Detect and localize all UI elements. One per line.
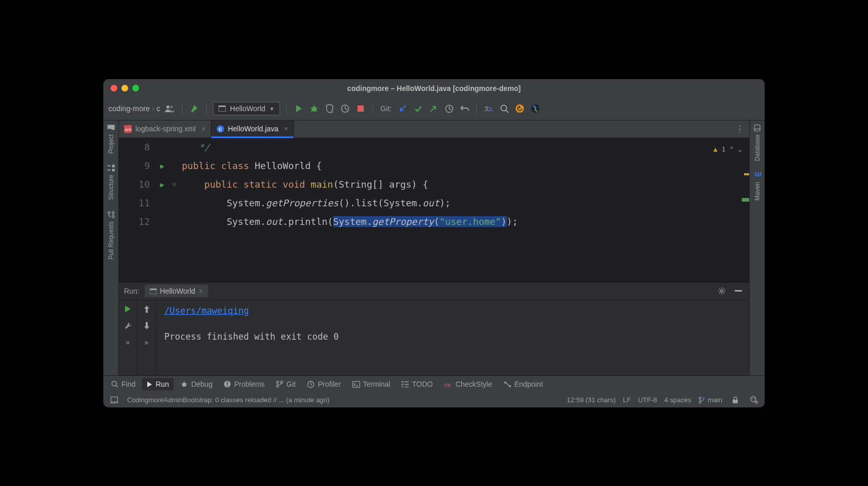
tool-windows-icon[interactable] — [109, 394, 120, 406]
clock-icon — [307, 381, 315, 388]
caret-position[interactable]: 12:59 (31 chars) — [567, 396, 616, 404]
close-icon[interactable]: × — [202, 125, 206, 133]
svg-rect-44 — [227, 386, 228, 387]
git-history-icon[interactable] — [443, 103, 455, 114]
svg-point-61 — [754, 398, 755, 399]
checkstyle-tool-button[interactable]: cs CheckStyle — [440, 378, 497, 390]
lock-icon[interactable] — [730, 394, 741, 406]
run-tab[interactable]: HelloWorld × — [145, 285, 208, 297]
svg-rect-22 — [107, 165, 111, 166]
gear-icon[interactable] — [716, 285, 727, 297]
endpoints-tool-button[interactable]: Endpoint — [499, 378, 548, 390]
stop-icon[interactable] — [355, 103, 366, 114]
git-label: Git: — [380, 104, 392, 113]
chevron-down-icon[interactable]: ⌄ — [738, 140, 742, 159]
database-tool-button[interactable]: Database — [753, 124, 762, 161]
rerun-icon[interactable] — [122, 303, 134, 315]
main-toolbar: coding-more › c HelloWorld ▼ Git: 文A — [103, 98, 765, 120]
git-branch-widget[interactable]: main — [699, 396, 722, 404]
svg-rect-49 — [352, 381, 360, 387]
wrench-icon[interactable] — [122, 320, 134, 331]
run-class-gutter-icon[interactable]: ▶ — [155, 157, 169, 175]
error-stripe[interactable] — [742, 138, 749, 282]
code-editor[interactable]: 8 9 10 11 12 ▶ ▶ ⊟ — [119, 138, 749, 282]
structure-tool-button[interactable]: Structure — [107, 164, 115, 200]
svg-line-41 — [186, 384, 187, 384]
svg-point-60 — [752, 398, 753, 399]
scroll-up-icon[interactable] — [141, 303, 152, 315]
warning-icon: ▲ — [714, 140, 718, 159]
jrebel-icon[interactable] — [530, 103, 541, 114]
chevron-up-icon[interactable]: ⌃ — [730, 140, 734, 159]
left-tool-rail: Project Structure Pull Requests — [103, 120, 119, 375]
bug-icon — [180, 381, 188, 388]
tabs-more-icon[interactable]: ⋮ — [736, 120, 749, 138]
file-encoding[interactable]: UTF-8 — [638, 396, 657, 404]
pull-requests-tool-button[interactable]: Pull Requests — [107, 210, 115, 260]
tab-logback-spring[interactable]: xml logback-spring.xml × — [119, 120, 211, 138]
output-link[interactable]: /Users/maweiqing — [164, 306, 249, 316]
tab-helloworld[interactable]: C HelloWorld.java × — [211, 120, 294, 138]
svg-point-47 — [281, 381, 283, 383]
users-icon[interactable] — [164, 103, 176, 114]
git-commit-icon[interactable] — [412, 103, 424, 114]
project-tool-button[interactable]: Project — [107, 124, 115, 154]
minimize-window-button[interactable] — [121, 85, 128, 92]
debug-tool-button[interactable]: Debug — [176, 378, 217, 390]
breadcrumb-root: coding-more — [109, 104, 150, 113]
svg-point-23 — [112, 216, 114, 218]
more-icon[interactable]: » — [122, 337, 134, 348]
breadcrumb-next: c — [157, 104, 160, 113]
code-area[interactable]: */ public class HelloWorld { public stat… — [179, 138, 749, 282]
problems-tool-button[interactable]: Problems — [219, 378, 269, 390]
hector-icon[interactable] — [748, 394, 760, 406]
profiler-tool-button[interactable]: Profiler — [302, 378, 345, 390]
hide-icon[interactable] — [733, 285, 744, 297]
svg-point-1 — [171, 106, 173, 109]
window-title: codingmore – HelloWorld.java [codingmore… — [103, 84, 765, 93]
search-icon[interactable] — [499, 103, 510, 114]
run-icon[interactable] — [293, 103, 304, 114]
svg-text:C: C — [219, 127, 222, 132]
svg-line-7 — [316, 108, 318, 109]
maven-tool-button[interactable]: Maven m — [753, 171, 762, 201]
find-tool-button[interactable]: Find — [106, 378, 140, 390]
close-icon[interactable]: × — [284, 125, 288, 133]
status-message[interactable]: CodingmoreAdminBootstrap: 0 classes relo… — [127, 396, 330, 404]
maximize-window-button[interactable] — [132, 85, 139, 92]
close-icon[interactable]: × — [199, 287, 203, 295]
debug-icon[interactable] — [308, 103, 320, 114]
profile-icon[interactable] — [339, 103, 351, 114]
git-update-icon[interactable] — [397, 103, 408, 114]
build-icon[interactable] — [189, 103, 200, 114]
output-finish-line: Process finished with exit code 0 — [164, 331, 741, 342]
close-window-button[interactable] — [111, 85, 117, 92]
run-output[interactable]: /Users/maweiqing Process finished with e… — [156, 300, 749, 375]
indent-setting[interactable]: 4 spaces — [664, 396, 691, 404]
run-method-gutter-icon[interactable]: ▶ — [155, 175, 169, 194]
sync-icon[interactable] — [514, 103, 525, 114]
coverage-icon[interactable] — [324, 103, 335, 114]
titlebar: codingmore – HelloWorld.java [codingmore… — [103, 79, 765, 98]
run-label: Run: — [124, 287, 140, 295]
java-class-icon: C — [216, 125, 224, 133]
svg-point-36 — [112, 382, 117, 386]
inspection-widget[interactable]: ▲ 1 ⌃ ⌄ — [714, 140, 742, 159]
more-icon[interactable]: » — [141, 337, 152, 348]
line-separator[interactable]: LF — [623, 396, 631, 404]
todo-tool-button[interactable]: TODO — [397, 378, 437, 390]
line-number-gutter: 8 9 10 11 12 — [119, 138, 155, 282]
scroll-down-icon[interactable] — [141, 320, 152, 331]
fold-toggle-icon[interactable]: ⊟ — [169, 175, 179, 194]
run-configuration-selector[interactable]: HelloWorld ▼ — [213, 102, 280, 115]
run-tool-button[interactable]: Run — [142, 378, 174, 390]
change-mark[interactable] — [742, 198, 749, 202]
git-rollback-icon[interactable] — [459, 103, 470, 114]
git-tool-button[interactable]: Git — [271, 378, 300, 390]
git-push-icon[interactable] — [428, 103, 439, 114]
warning-mark[interactable] — [744, 173, 749, 175]
translate-icon[interactable]: 文A — [483, 103, 494, 114]
breadcrumb[interactable]: coding-more › c — [109, 104, 160, 113]
svg-point-51 — [504, 382, 506, 384]
terminal-tool-button[interactable]: Terminal — [348, 378, 395, 390]
